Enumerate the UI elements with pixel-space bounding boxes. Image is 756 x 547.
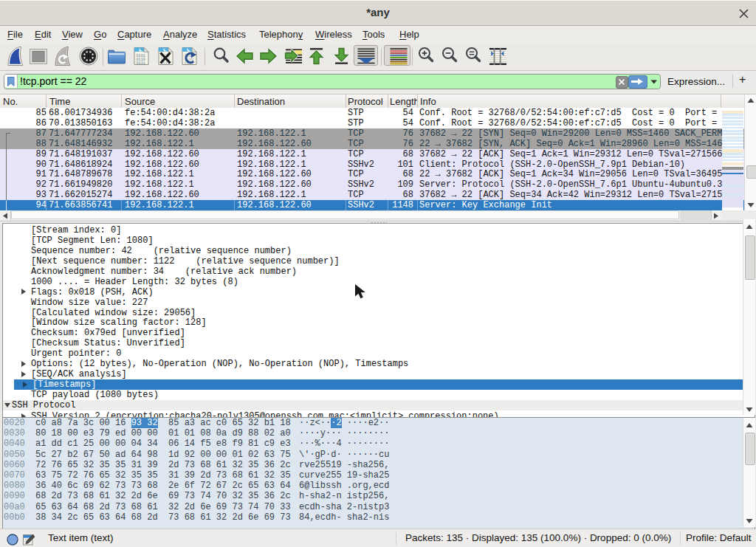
svg-text:0111: 0111 <box>137 61 145 66</box>
